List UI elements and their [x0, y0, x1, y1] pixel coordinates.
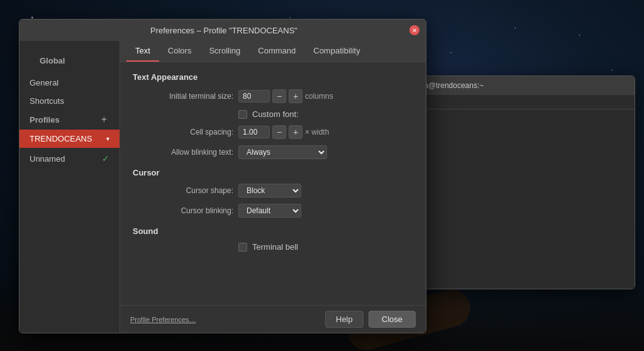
- initial-size-input[interactable]: [238, 90, 270, 103]
- preferences-title: Preferences – Profile "TRENDOCEANS": [38, 26, 409, 35]
- sidebar-profile-unnamed[interactable]: Unnamed ✓: [19, 149, 119, 168]
- cell-spacing-increment[interactable]: +: [289, 125, 303, 139]
- text-appearance-title: Text Appearance: [133, 72, 413, 82]
- profile-unnamed-label: Unnamed: [30, 154, 65, 164]
- sidebar-shortcuts-label: Shortcuts: [30, 96, 64, 106]
- allow-blinking-control: Always Never Only when focused: [238, 145, 327, 159]
- preferences-content: Text Appearance Initial terminal size: −…: [120, 62, 426, 305]
- cell-spacing-label: Cell spacing:: [133, 128, 233, 136]
- allow-blinking-select[interactable]: Always Never Only when focused: [238, 145, 327, 159]
- global-label: Global: [30, 52, 75, 69]
- terminal-bell-control: Terminal bell: [238, 242, 298, 252]
- preferences-titlebar: Preferences – Profile "TRENDOCEANS" ✕: [19, 20, 426, 41]
- terminal-bell-checkbox[interactable]: [238, 243, 247, 252]
- close-button[interactable]: Close: [369, 311, 416, 328]
- custom-font-checkbox[interactable]: [238, 110, 247, 119]
- tab-text[interactable]: Text: [126, 41, 159, 62]
- cursor-blink-select[interactable]: Default Enabled Disabled: [238, 204, 301, 218]
- cell-spacing-input[interactable]: [238, 126, 270, 138]
- initial-size-row: Initial terminal size: − + columns: [133, 89, 413, 103]
- initial-size-decrement[interactable]: −: [272, 89, 286, 103]
- cursor-shape-control: Block I-Beam Underline: [238, 184, 301, 198]
- cursor-shape-row: Cursor shape: Block I-Beam Underline: [133, 184, 413, 198]
- sidebar-item-general[interactable]: General: [19, 74, 119, 91]
- sidebar-profiles-header: Profiles +: [19, 111, 119, 128]
- custom-font-label: Custom font:: [252, 109, 299, 119]
- tab-compatibility[interactable]: Compatibility: [304, 41, 369, 62]
- preferences-tabs: Text Colors Scrolling Command Compatibil…: [120, 41, 426, 62]
- cursor-blink-row: Cursor blinking: Default Enabled Disable…: [133, 204, 413, 218]
- footer-buttons: Help Close: [325, 311, 416, 328]
- preferences-close-button[interactable]: ✕: [409, 25, 419, 35]
- cell-spacing-control: − + × width: [238, 125, 329, 139]
- help-button[interactable]: Help: [325, 311, 364, 328]
- preferences-dialog: Preferences – Profile "TRENDOCEANS" ✕ Gl…: [19, 19, 426, 333]
- sidebar-profile-trendoceans[interactable]: TRENDOCEANS ▾: [19, 130, 119, 148]
- sidebar-general-label: General: [30, 78, 58, 87]
- cell-spacing-unit: × width: [305, 128, 329, 136]
- default-check-icon: ✓: [102, 153, 109, 164]
- preferences-footer: Profile Preferences… Help Close: [120, 305, 426, 333]
- cell-spacing-decrement[interactable]: −: [272, 125, 286, 139]
- cursor-shape-label: Cursor shape:: [133, 186, 233, 195]
- custom-font-control: Custom font:: [238, 109, 299, 119]
- cell-spacing-row: Cell spacing: − + × width: [133, 125, 413, 139]
- allow-blinking-row: Allow blinking text: Always Never Only w…: [133, 145, 413, 159]
- tab-colors[interactable]: Colors: [159, 41, 201, 62]
- terminal-bell-label: Terminal bell: [252, 242, 298, 252]
- preferences-body: Global General Shortcuts Profiles + TREN…: [19, 41, 426, 333]
- cursor-blink-control: Default Enabled Disabled: [238, 204, 301, 218]
- tab-scrolling[interactable]: Scrolling: [200, 41, 249, 62]
- sidebar-item-shortcuts[interactable]: Shortcuts: [19, 92, 119, 109]
- profile-reset-link[interactable]: Profile Preferences…: [130, 316, 196, 323]
- cursor-blink-label: Cursor blinking:: [133, 206, 233, 215]
- preferences-sidebar: Global General Shortcuts Profiles + TREN…: [19, 41, 120, 333]
- cursor-section-title: Cursor: [133, 168, 413, 177]
- initial-size-control: − + columns: [238, 89, 333, 103]
- tab-command[interactable]: Command: [249, 41, 304, 62]
- terminal-bell-row: Terminal bell: [133, 242, 413, 252]
- profile-trendoceans-label: TRENDOCEANS: [30, 134, 92, 143]
- profiles-label: Profiles: [30, 115, 60, 125]
- preferences-main: Text Colors Scrolling Command Compatibil…: [120, 41, 426, 333]
- initial-size-unit: columns: [305, 92, 333, 101]
- allow-blinking-label: Allow blinking text:: [133, 148, 233, 157]
- sidebar-section-global: Global: [19, 48, 119, 73]
- add-profile-button[interactable]: +: [99, 114, 109, 125]
- initial-size-label: Initial terminal size:: [133, 92, 233, 101]
- initial-size-increment[interactable]: +: [289, 89, 303, 103]
- chevron-down-icon: ▾: [106, 135, 109, 142]
- sound-section-title: Sound: [133, 226, 413, 236]
- custom-font-row: Custom font:: [133, 109, 413, 119]
- cursor-shape-select[interactable]: Block I-Beam Underline: [238, 184, 301, 198]
